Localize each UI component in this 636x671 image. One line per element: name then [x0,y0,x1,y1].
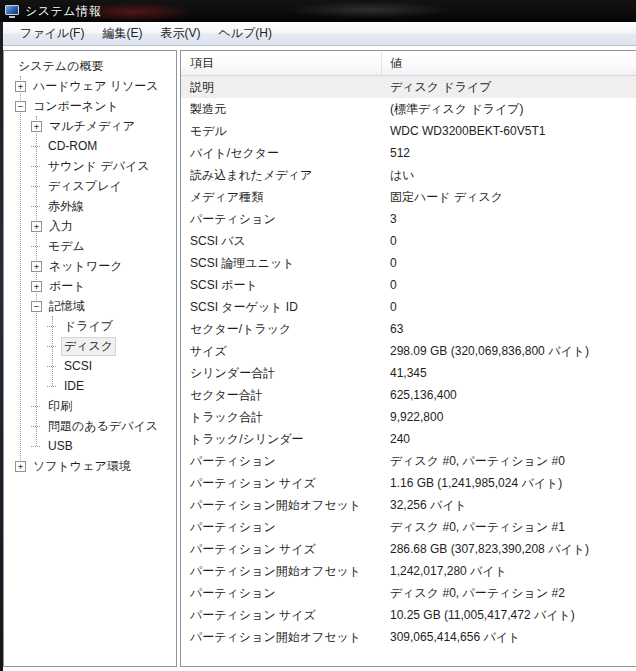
menu-item[interactable]: ファイル(F) [11,22,93,45]
tree-item-label: 赤外線 [45,197,87,216]
row-item-cell: SCSI バス [181,233,382,250]
tree-expander-icon[interactable] [47,386,56,387]
row-item-cell: パーティション サイズ [181,475,382,492]
tree-expander-icon[interactable] [31,446,40,447]
tree-item-label: ネットワーク [46,257,125,276]
table-row[interactable]: セクター/トラック 63 [181,318,636,340]
computer-monitor-icon[interactable] [5,5,19,17]
table-row[interactable]: シリンダー合計 41,345 [181,362,636,384]
table-row[interactable]: パーティション開始オフセット 1,242,017,280 バイト [181,560,636,582]
table-row[interactable]: トラック/シリンダー 240 [181,428,636,450]
table-row[interactable]: SCSI ターゲット ID 0 [181,296,636,318]
tree-item[interactable]: ソフトウェア環境 [4,456,176,476]
tree-expander-icon[interactable] [15,81,26,92]
tree-expander-icon[interactable] [47,346,56,347]
tree-item[interactable]: システムの概要 [4,56,176,76]
menu-item[interactable]: 表示(V) [151,22,209,45]
tree-item-label: SCSI [61,358,95,374]
tree-item[interactable]: 問題のあるデバイス [4,416,176,436]
row-value-cell: 512 [382,146,636,160]
table-row[interactable]: パーティション サイズ 1.16 GB (1,241,985,024 バイト) [181,472,636,494]
table-row[interactable]: パーティション開始オフセット 309,065,414,656 バイト [181,626,636,648]
table-row[interactable]: バイト/セクター 512 [181,142,636,164]
menu-item[interactable]: 編集(E) [93,22,151,45]
tree-item[interactable]: ディスク [4,336,176,356]
tree-expander-icon[interactable] [31,426,40,427]
tree-expander-icon[interactable] [31,301,42,312]
tree-expander-icon[interactable] [31,146,40,147]
row-item-cell: パーティション サイズ [181,541,382,558]
tree-item[interactable]: CD-ROM [4,136,176,156]
tree-expander-icon[interactable] [15,461,26,472]
table-row[interactable]: 読み込まれたメディア はい [181,164,636,186]
table-row[interactable]: パーティション開始オフセット 32,256 バイト [181,494,636,516]
tree-item[interactable]: 赤外線 [4,196,176,216]
row-item-cell: セクター/トラック [181,321,382,338]
table-row[interactable]: SCSI ポート 0 [181,274,636,296]
row-value-cell: ディスク #0, パーティション #2 [382,585,636,602]
tree-item-label: ポート [46,277,89,296]
table-row[interactable]: 製造元 (標準ディスク ドライブ) [181,98,636,120]
table-row[interactable]: パーティション ディスク #0, パーティション #0 [181,450,636,472]
row-value-cell: 298.09 GB (320,069,836,800 バイト) [382,343,636,360]
category-tree: システムの概要 ハードウェア リソース コンポーネント マルチメディア CD-R… [4,51,176,476]
tree-item[interactable]: ドライブ [4,316,176,336]
tree-item-label: ソフトウェア環境 [30,457,134,476]
row-value-cell: 3 [382,212,636,226]
tree-item[interactable]: マルチメディア [4,116,176,136]
tree-expander-icon[interactable] [31,281,42,292]
menu-item[interactable]: ヘルプ(H) [209,22,281,45]
row-value-cell: WDC WD3200BEKT-60V5T1 [382,124,636,138]
table-row[interactable]: パーティション 3 [181,208,636,230]
row-value-cell: 309,065,414,656 バイト [382,629,636,646]
tree-item[interactable]: IDE [4,376,176,396]
title-bar[interactable]: システム情報 [0,0,636,22]
tree-expander-icon[interactable] [31,261,42,272]
table-row[interactable]: パーティション ディスク #0, パーティション #2 [181,582,636,604]
table-row[interactable]: パーティション サイズ 10.25 GB (11,005,417,472 バイト… [181,604,636,626]
tree-expander-icon[interactable] [31,221,42,232]
tree-expander-icon[interactable] [31,186,40,187]
row-value-cell: ディスク #0, パーティション #0 [382,453,636,470]
row-value-cell: 9,922,800 [382,410,636,424]
table-row[interactable]: パーティション ディスク #0, パーティション #1 [181,516,636,538]
tree-item[interactable]: ポート [4,276,176,296]
table-row[interactable]: セクター合計 625,136,400 [181,384,636,406]
tree-expander-icon[interactable] [31,406,40,407]
tree-item-label: ドライブ [61,317,116,336]
tree-item[interactable]: 記憶域 [4,296,176,316]
menu-item-label: ファイル(F) [20,26,84,40]
table-row[interactable]: SCSI 論理ユニット 0 [181,252,636,274]
table-row[interactable]: サイズ 298.09 GB (320,069,836,800 バイト) [181,340,636,362]
table-row[interactable]: メディア種類 固定ハード ディスク [181,186,636,208]
tree-item-label: コンポーネント [30,97,122,116]
tree-item[interactable]: 印刷 [4,396,176,416]
tree-item[interactable]: SCSI [4,356,176,376]
tree-expander-icon[interactable] [31,121,42,132]
tree-expander-icon[interactable] [15,101,26,112]
table-row[interactable]: パーティション サイズ 286.68 GB (307,823,390,208 バ… [181,538,636,560]
tree-expander-icon[interactable] [31,166,40,167]
row-item-cell: トラック合計 [181,409,382,426]
tree-item[interactable]: モデム [4,236,176,256]
tree-item[interactable]: 入力 [4,216,176,236]
table-row[interactable]: 説明 ディスク ドライブ [181,76,636,98]
tree-item[interactable]: ハードウェア リソース [4,76,176,96]
column-header-value[interactable]: 値 [382,55,636,72]
row-value-cell: 1.16 GB (1,241,985,024 バイト) [382,475,636,492]
tree-expander-icon[interactable] [47,366,56,367]
table-row[interactable]: SCSI バス 0 [181,230,636,252]
tree-item[interactable]: USB [4,436,176,456]
row-value-cell: 286.68 GB (307,823,390,208 バイト) [382,541,636,558]
row-item-cell: パーティション開始オフセット [181,563,382,580]
tree-expander-icon[interactable] [47,326,56,327]
tree-expander-icon[interactable] [31,206,40,207]
tree-expander-icon[interactable] [31,246,40,247]
table-row[interactable]: モデル WDC WD3200BEKT-60V5T1 [181,120,636,142]
tree-item[interactable]: サウンド デバイス [4,156,176,176]
column-header-item[interactable]: 項目 [181,51,382,75]
tree-item[interactable]: ディスプレイ [4,176,176,196]
tree-item[interactable]: コンポーネント [4,96,176,116]
table-row[interactable]: トラック合計 9,922,800 [181,406,636,428]
tree-item[interactable]: ネットワーク [4,256,176,276]
